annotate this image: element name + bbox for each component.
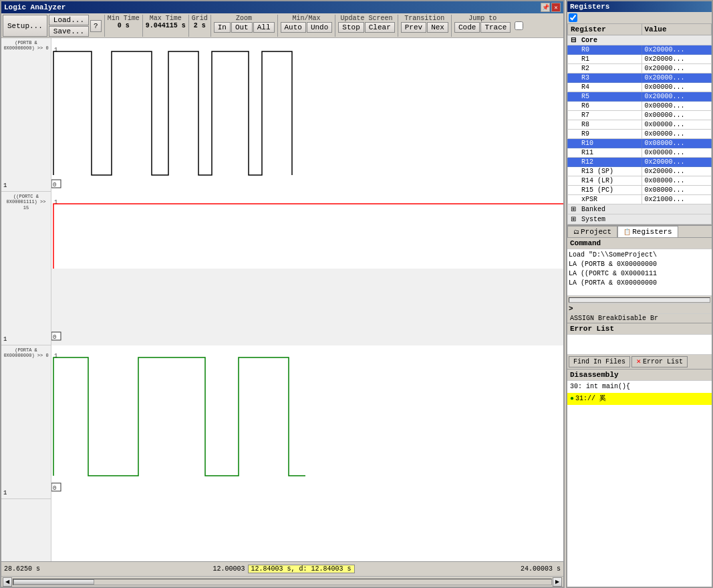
scroll-right-button[interactable]: ▶: [553, 577, 562, 587]
error-list-button[interactable]: ✕ Error List: [631, 356, 688, 368]
signal-1-label: ((PORTC & 0X00001111) >> 15: [3, 194, 49, 210]
scroll-thumb[interactable]: [13, 579, 94, 585]
reg-row-R14[interactable]: R14 (LR) 0x08000...: [568, 176, 712, 186]
reg-row-R3[interactable]: R3 0x20000...: [568, 74, 712, 83]
svg-text:0: 0: [53, 182, 56, 188]
save-button[interactable]: Save...: [49, 26, 89, 37]
close-icon[interactable]: ✕: [551, 3, 561, 12]
code-button[interactable]: Code: [454, 22, 480, 33]
setup-button[interactable]: Setup...: [3, 15, 47, 37]
scroll-track[interactable]: [13, 579, 552, 585]
reg-row-R5[interactable]: R5 0x20000...: [568, 92, 712, 102]
reg-row-R0[interactable]: R0 0x20000...: [568, 45, 712, 55]
signal-2-label: (PORTA & 0X00000000) >> 0: [3, 347, 49, 359]
reg-name-R14: R14 (LR): [568, 176, 642, 186]
time-mid: 12.00003: [212, 565, 245, 573]
command-scroll-track[interactable]: [569, 297, 710, 303]
registers-tbody: ⊟ Core R0 0x20000... R1 0x20000...: [568, 35, 712, 225]
reg-name-R9: R9: [568, 130, 642, 139]
zoom-out-button[interactable]: Out: [231, 22, 253, 33]
prev-button[interactable]: Prev: [401, 22, 426, 33]
reg-value-R9: 0x00000...: [641, 130, 711, 139]
reg-value-R8: 0x00000...: [641, 120, 711, 130]
transition-buttons: Prev Nex: [401, 22, 448, 33]
update-label: Update Screen: [341, 15, 393, 22]
error-list-btn-label: Error List: [643, 358, 683, 365]
assign-text: ASSIGN BreakDisable Br: [567, 313, 712, 323]
reg-name-R8: R8: [568, 120, 642, 130]
banked-label: Banked: [581, 206, 605, 213]
grid-value: 2 s: [194, 22, 206, 29]
zoom-in-button[interactable]: In: [214, 22, 231, 33]
expand-core-icon[interactable]: ⊟: [571, 37, 576, 44]
help-button[interactable]: ?: [90, 20, 102, 32]
error-tab-bar: Find In Files ✕ Error List: [567, 355, 712, 369]
reg-value-R15: 0x08000...: [641, 186, 711, 195]
signal-0-high: 1: [3, 182, 7, 189]
grid-label: Grid: [192, 15, 208, 22]
expand-system-icon[interactable]: ⊞: [571, 216, 576, 223]
pin-icon[interactable]: 📌: [541, 3, 550, 12]
reg-row-R10[interactable]: R10 0x08000...: [568, 139, 712, 148]
disasm-line-1: ● 31: // 奚: [567, 393, 712, 405]
reg-value-R3: 0x20000...: [641, 74, 711, 83]
zoom-all-button[interactable]: All: [253, 22, 275, 33]
reg-row-R12[interactable]: R12 0x20000...: [568, 158, 712, 167]
separator1: [104, 15, 105, 37]
registers-table-area: Register Value ⊟ Core R0 0: [567, 12, 712, 225]
expand-banked-icon[interactable]: ⊞: [571, 206, 576, 213]
load-button[interactable]: Load...: [49, 15, 89, 25]
separator3: [188, 15, 189, 37]
reg-row-R8[interactable]: R8 0x00000...: [568, 120, 712, 130]
jumpto-buttons: Code Trace: [454, 22, 511, 33]
reg-name-R15: R15 (PC): [568, 186, 642, 195]
reg-value-R14: 0x08000...: [641, 176, 711, 186]
reg-value-xPSR: 0x21000...: [641, 195, 711, 204]
transition-group: Transition Prev Nex: [401, 15, 448, 37]
reg-row-R11[interactable]: R11 0x00000...: [568, 148, 712, 158]
col-value: Value: [641, 24, 711, 35]
find-in-files-button[interactable]: Find In Files: [569, 356, 630, 368]
reg-row-R15[interactable]: R15 (PC) 0x08000...: [568, 186, 712, 195]
registers-checkbox-row: [567, 12, 712, 23]
reg-row-R9[interactable]: R9 0x00000...: [568, 130, 712, 139]
separator8: [451, 15, 452, 37]
reg-row-R4[interactable]: R4 0x00000...: [568, 83, 712, 92]
undo-button[interactable]: Undo: [307, 22, 332, 33]
auto-button[interactable]: Auto: [281, 22, 306, 33]
registers-show-checkbox[interactable]: [569, 13, 577, 22]
reg-row-R1[interactable]: R1 0x20000...: [568, 55, 712, 64]
reg-row-R2[interactable]: R2 0x20000...: [568, 64, 712, 74]
tab-project[interactable]: 🗂 Project: [567, 226, 617, 237]
signal-1-high: 1: [3, 336, 7, 343]
reg-value-R12: 0x20000...: [641, 158, 711, 167]
registers-titlebar: Registers: [567, 1, 712, 12]
disasm-1-code: // 奚: [587, 394, 606, 404]
next-button[interactable]: Nex: [427, 22, 448, 33]
waves-column: 1 0 0 1: [51, 38, 563, 561]
trace-button[interactable]: Trace: [480, 22, 511, 33]
toolbar: Setup... Load... Save... ? Min Time 0 s …: [1, 13, 563, 38]
reg-row-R7[interactable]: R7 0x00000...: [568, 111, 712, 120]
reg-value-R6: 0x00000...: [641, 102, 711, 111]
banked-row: ⊞ Banked: [568, 204, 712, 214]
toolbar-checkbox[interactable]: [515, 21, 523, 30]
tab-registers[interactable]: 📋 Registers: [617, 226, 678, 237]
reg-row-R13[interactable]: R13 (SP) 0x20000...: [568, 167, 712, 176]
stop-button[interactable]: Stop: [338, 22, 364, 33]
disassembly-section: Disassembly 30: int main(){ ● 31: // 奚: [567, 370, 712, 587]
reg-row-xPSR[interactable]: xPSR 0x21000...: [568, 195, 712, 204]
reg-name-R0: R0: [568, 45, 642, 55]
error-list-content: [567, 335, 712, 355]
scroll-left-button[interactable]: ◀: [3, 577, 12, 587]
registers-tab-icon: 📋: [623, 229, 631, 236]
reg-name-R4: R4: [568, 83, 642, 92]
reg-row-R6[interactable]: R6 0x00000...: [568, 102, 712, 111]
reg-name-R1: R1: [568, 55, 642, 64]
signal-1-scale: 1: [3, 336, 49, 343]
clear-button[interactable]: Clear: [365, 22, 395, 33]
reg-name-R13: R13 (SP): [568, 167, 642, 176]
signal-2-scale: 1: [3, 490, 49, 496]
system-row: ⊞ System: [568, 214, 712, 225]
max-time-label: Max Time: [150, 15, 182, 22]
